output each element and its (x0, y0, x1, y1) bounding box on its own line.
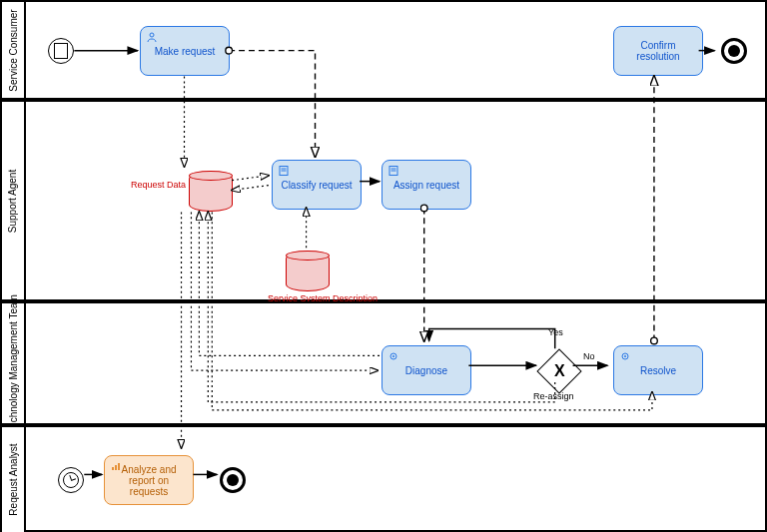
gateway-decision[interactable]: X (536, 348, 581, 393)
lane-label-tech: Technology Management Team (2, 303, 26, 423)
edge-label-reassign: Re-assign (533, 391, 574, 401)
clock-icon (63, 472, 79, 488)
lane-request-analyst: Reqeust Analyst Analyze and report on re… (2, 425, 765, 532)
chart-icon (110, 460, 122, 472)
data-store-request-data[interactable] (189, 172, 233, 212)
form-icon (278, 165, 290, 177)
task-classify-request[interactable]: Classify request (272, 160, 362, 210)
edge-label-no: No (583, 351, 595, 361)
lane-label-analyst: Reqeust Analyst (2, 427, 26, 532)
end-event-consumer[interactable] (721, 38, 747, 64)
svg-point-8 (392, 355, 394, 357)
svg-rect-11 (112, 467, 114, 470)
data-label-request-data: Request Data (120, 180, 186, 190)
task-label: Resolve (640, 365, 676, 376)
task-make-request[interactable]: Make request (140, 26, 230, 76)
x-icon: X (554, 362, 565, 380)
service-icon (387, 350, 399, 362)
task-resolve[interactable]: Resolve (613, 345, 703, 395)
bpmn-pool: Service Consumer Make request Confirm re… (0, 0, 767, 532)
lane-tech-team: Technology Management Team Diagnose X Ye… (2, 301, 765, 425)
message-icon (54, 43, 68, 59)
task-label: Classify request (281, 180, 352, 191)
svg-rect-12 (115, 465, 117, 470)
lane-service-consumer: Service Consumer Make request Confirm re… (2, 2, 765, 100)
svg-point-0 (150, 33, 154, 37)
task-assign-request[interactable]: Assign request (382, 160, 471, 210)
service-icon (619, 350, 631, 362)
task-label: Diagnose (405, 365, 447, 376)
task-label: Assign request (393, 180, 459, 191)
task-label: Make request (155, 46, 216, 57)
svg-rect-13 (118, 463, 120, 470)
start-event-message[interactable] (48, 38, 74, 64)
svg-point-10 (624, 355, 626, 357)
lane-label-agent: Support Agent (2, 102, 26, 299)
form-icon (387, 165, 399, 177)
start-event-timer[interactable] (58, 467, 84, 493)
data-store-service-system[interactable] (286, 252, 330, 291)
task-confirm-resolution[interactable]: Confirm resolution (613, 26, 703, 76)
task-analyze-report[interactable]: Analyze and report on requests (104, 455, 194, 505)
edge-label-yes: Yes (548, 327, 563, 337)
task-label: Confirm resolution (618, 40, 698, 62)
lane-label-consumer: Service Consumer (2, 2, 26, 98)
end-event-analyst[interactable] (220, 467, 246, 493)
task-diagnose[interactable]: Diagnose (382, 345, 471, 395)
lane-support-agent: Support Agent Request Data Classify requ… (2, 100, 765, 301)
user-icon (146, 31, 158, 43)
